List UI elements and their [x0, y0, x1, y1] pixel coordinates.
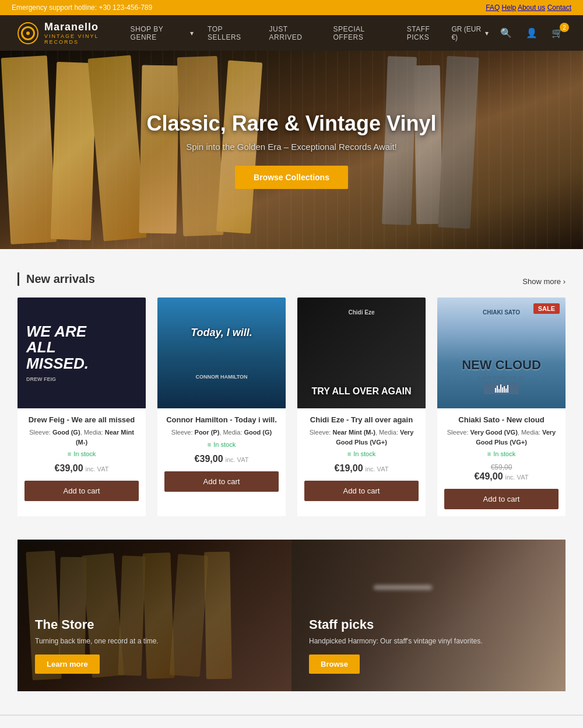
product-title-3: Chidi Eze - Try all over again [304, 415, 419, 424]
product-title-4: Chiaki Sato - New cloud [444, 415, 559, 424]
banner-store: The Store Turning back time, one record … [17, 540, 292, 691]
header-right: GR (EUR €) ▾ 🔍 👤 🛒 2 [451, 25, 566, 41]
product-card-4: CHIAKI SATO NEW CLOUD LOVE SONG VOL.02 [437, 298, 566, 516]
staff-banner-title: Staff picks [309, 617, 483, 632]
in-stock-icon: ≡ [347, 450, 351, 457]
hotline-text: Emergency support hotline: +30 123-456-7… [12, 4, 152, 12]
product-card-3: Chidi Eze TRY ALL OVER AGAIN Chidi Eze -… [297, 298, 426, 516]
top-bar-contact[interactable]: Contact [547, 4, 571, 12]
learn-more-button[interactable]: Learn more [35, 654, 100, 674]
in-stock-4: ≡ In stock [444, 450, 559, 457]
product-title-1: Drew Feig - We are all missed [24, 415, 139, 424]
show-more-link[interactable]: Show more › [522, 277, 566, 286]
price-4: €49,00 [475, 471, 503, 481]
product-info-3: Chidi Eze - Try all over again Sleeve: N… [297, 408, 426, 508]
search-button[interactable]: 🔍 [498, 25, 514, 41]
logo-icon [17, 22, 38, 44]
product-info-4: Chiaki Sato - New cloud Sleeve: Very Goo… [437, 408, 566, 516]
price-area-4: €59,00 €49,00 inc. VAT [444, 463, 559, 482]
top-bar-help[interactable]: Help [502, 4, 517, 12]
footer-bottom: ⌄ [0, 715, 583, 728]
brand-sub: VINTAGE VINYL RECORDS [44, 33, 131, 45]
banners-section: The Store Turning back time, one record … [17, 540, 566, 691]
section-title-area: New arrivals [17, 272, 95, 286]
add-to-cart-button-3[interactable]: Add to cart [304, 481, 419, 501]
price-vat-1: inc. VAT [85, 466, 108, 473]
top-bar: Emergency support hotline: +30 123-456-7… [0, 0, 583, 15]
price-1: €39,00 [55, 463, 83, 473]
price-area-2: €39,00 inc. VAT [164, 454, 279, 464]
browse-collections-button[interactable]: Browse Collections [235, 166, 348, 189]
nav-staff-picks[interactable]: STAFF PICKS [407, 25, 452, 41]
cart-button[interactable]: 🛒 2 [549, 25, 566, 41]
hero-title: Classic, Rare & Vintage Vinyl [147, 111, 437, 136]
price-old-4: €59,00 [444, 463, 559, 471]
in-stock-icon: ≡ [208, 441, 211, 448]
add-to-cart-button-4[interactable]: Add to cart [444, 489, 559, 509]
store-banner-content: The Store Turning back time, one record … [35, 617, 159, 674]
chevron-down-icon: ▾ [485, 29, 489, 37]
in-stock-1: ≡ In stock [24, 450, 139, 457]
in-stock-icon: ≡ [68, 450, 71, 457]
cart-badge: 2 [560, 23, 569, 32]
staff-banner-desc: Handpicked Harmony: Our staff's vintage … [309, 637, 483, 645]
nav-special-offers[interactable]: SPECIAL OFFERS [333, 25, 392, 41]
chevron-right-icon: › [563, 277, 566, 286]
logo-area: Maranello VINTAGE VINYL RECORDS [17, 21, 131, 45]
product-meta-1: Sleeve: Good (G), Media: Near Mint (M-) [24, 428, 139, 447]
brand-name: Maranello [44, 21, 131, 33]
in-stock-2: ≡ In stock [164, 441, 279, 448]
product-title-2: Connor Hamilton - Today i will. [164, 415, 279, 424]
section-title: New arrivals [26, 272, 95, 286]
product-card-2: Today, I will. CONNOR HAMILTON Connor Ha… [157, 298, 286, 516]
nav-just-arrived[interactable]: JUST ARRIVED [269, 25, 319, 41]
top-bar-links: FAQ Help About us Contact [486, 4, 571, 12]
product-image-2: Today, I will. CONNOR HAMILTON [157, 298, 286, 408]
banner-staff: Staff picks Handpicked Harmony: Our staf… [292, 540, 566, 691]
account-button[interactable]: 👤 [524, 25, 540, 41]
currency-selector[interactable]: GR (EUR €) ▾ [451, 25, 489, 41]
header: Maranello VINTAGE VINYL RECORDS SHOP BY … [0, 15, 583, 51]
price-vat-4: inc. VAT [505, 474, 528, 481]
nav-shop-by-genre[interactable]: SHOP BY GENRE ▾ [131, 25, 194, 41]
price-area-1: €39,00 inc. VAT [24, 463, 139, 474]
price-area-3: €19,00 inc. VAT [304, 463, 419, 474]
store-banner-desc: Turning back time, one record at a time. [35, 637, 159, 645]
top-bar-about[interactable]: About us [518, 4, 545, 12]
top-bar-faq[interactable]: FAQ [486, 4, 500, 12]
logo-circle-icon [21, 26, 35, 40]
product-info-1: Drew Feig - We are all missed Sleeve: Go… [17, 408, 146, 508]
product-card-1: WE AREALLMISSED. DREW FEIG Drew Feig - W… [17, 298, 146, 516]
main-nav: SHOP BY GENRE ▾ TOP SELLERS JUST ARRIVED… [131, 25, 452, 41]
staff-banner-content: Staff picks Handpicked Harmony: Our staf… [309, 617, 483, 674]
chevron-down-icon: ▾ [190, 29, 194, 37]
new-arrivals-header: New arrivals Show more › [17, 272, 566, 286]
add-to-cart-button-1[interactable]: Add to cart [24, 481, 139, 501]
product-image-3: Chidi Eze TRY ALL OVER AGAIN [297, 298, 426, 408]
hero-subtitle: Spin into the Golden Era – Exceptional R… [147, 142, 437, 152]
main-content: New arrivals Show more › WE AREALLMISSED… [0, 249, 583, 715]
hero-section: Classic, Rare & Vintage Vinyl Spin into … [0, 51, 583, 249]
hero-content: Classic, Rare & Vintage Vinyl Spin into … [147, 111, 437, 189]
nav-top-sellers[interactable]: TOP SELLERS [208, 25, 255, 41]
product-image-1: WE AREALLMISSED. DREW FEIG [17, 298, 146, 408]
product-image-4: CHIAKI SATO NEW CLOUD LOVE SONG VOL.02 [437, 298, 566, 408]
sale-badge-4: SALE [533, 303, 560, 314]
in-stock-3: ≡ In stock [304, 450, 419, 457]
product-meta-3: Sleeve: Near Mint (M-), Media: Very Good… [304, 428, 419, 447]
product-meta-2: Sleeve: Poor (P), Media: Good (G) [164, 428, 279, 438]
price-2: €39,00 [195, 454, 223, 464]
add-to-cart-button-2[interactable]: Add to cart [164, 471, 279, 492]
product-info-2: Connor Hamilton - Today i will. Sleeve: … [157, 408, 286, 499]
product-meta-4: Sleeve: Very Good (VG), Media: Very Good… [444, 428, 559, 447]
logo-text: Maranello VINTAGE VINYL RECORDS [44, 21, 131, 45]
products-grid: WE AREALLMISSED. DREW FEIG Drew Feig - W… [17, 298, 566, 516]
store-banner-title: The Store [35, 617, 159, 632]
browse-staff-button[interactable]: Browse [309, 654, 360, 674]
price-vat-2: inc. VAT [225, 456, 248, 463]
in-stock-icon: ≡ [487, 450, 491, 457]
price-vat-3: inc. VAT [365, 466, 388, 473]
price-3: €19,00 [335, 463, 363, 473]
